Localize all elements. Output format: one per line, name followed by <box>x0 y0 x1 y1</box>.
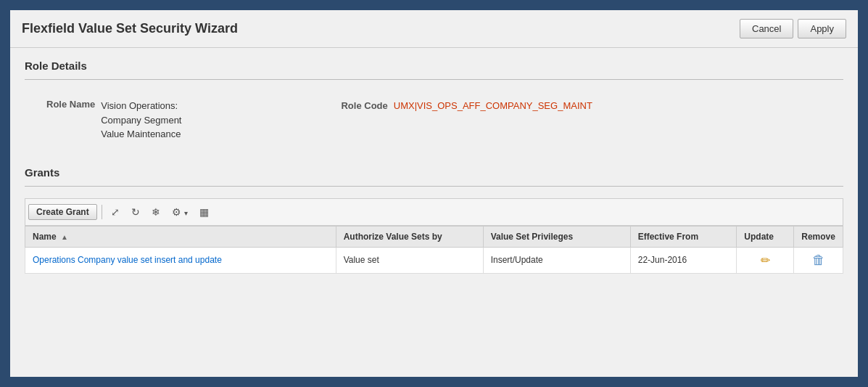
columns-icon: ▦ <box>199 206 209 218</box>
settings-icon: ⚙ <box>172 206 181 218</box>
effective-from-value: 22-Jun-2016 <box>638 255 687 265</box>
refresh-icon-button[interactable]: ↻ <box>127 203 144 221</box>
sort-asc-icon: ▲ <box>61 233 68 241</box>
col-header-name: Name ▲ <box>25 226 336 247</box>
col-update-label: Update <box>744 232 774 242</box>
grants-divider <box>25 186 843 187</box>
columns-icon-button[interactable]: ▦ <box>195 203 213 221</box>
header: Flexfield Value Set Security Wizard Canc… <box>10 10 858 48</box>
page-title: Flexfield Value Set Security Wizard <box>22 21 238 36</box>
dropdown-arrow-icon: ▾ <box>184 209 188 217</box>
col-remove-label: Remove <box>801 232 835 242</box>
content-area: Role Details Role Name Vision Operations… <box>10 48 858 285</box>
role-code-field: Role Code UMX|VIS_OPS_AFF_COMPANY_SEG_MA… <box>341 99 592 113</box>
col-authorize-label: Authorize Value Sets by <box>344 232 442 242</box>
toolbar-separator <box>102 205 102 219</box>
role-details-grid: Role Name Vision Operations: Company Seg… <box>25 91 843 149</box>
col-name-label: Name <box>33 232 57 242</box>
grants-table: Name ▲ Authorize Value Sets by Value Set… <box>25 226 843 274</box>
cell-privileges: Insert/Update <box>483 247 630 273</box>
table-header: Name ▲ Authorize Value Sets by Value Set… <box>25 226 843 247</box>
role-name-label: Role Name <box>46 99 95 110</box>
freeze-icon-button[interactable]: ❄ <box>147 203 165 221</box>
col-effective-from-label: Effective From <box>638 232 698 242</box>
privileges-value: Insert/Update <box>491 255 543 265</box>
role-name-field: Role Name Vision Operations: Company Seg… <box>46 99 181 142</box>
col-header-update: Update <box>737 226 794 247</box>
edit-icon[interactable]: ✏ <box>761 254 770 266</box>
grants-toolbar: Create Grant ⤢ ↻ ❄ ⚙ ▾ ▦ <box>25 198 843 226</box>
header-buttons: Cancel Apply <box>740 19 846 38</box>
apply-button[interactable]: Apply <box>798 19 846 38</box>
role-details-divider <box>25 79 843 80</box>
role-details-title: Role Details <box>25 60 843 72</box>
role-details-section: Role Details Role Name Vision Operations… <box>25 60 843 149</box>
delete-icon[interactable]: 🗑 <box>812 253 825 267</box>
cell-remove: 🗑 <box>794 247 843 273</box>
cell-authorize: Value set <box>336 247 483 273</box>
main-window: Flexfield Value Set Security Wizard Canc… <box>9 9 859 378</box>
role-code-label: Role Code <box>341 100 387 111</box>
table-header-row: Name ▲ Authorize Value Sets by Value Set… <box>25 226 843 247</box>
grants-title: Grants <box>25 166 843 179</box>
detach-icon-button[interactable]: ⤢ <box>107 203 124 221</box>
col-header-authorize: Authorize Value Sets by <box>336 226 483 247</box>
grants-section: Grants Create Grant ⤢ ↻ ❄ ⚙ ▾ <box>25 166 843 274</box>
cell-name: Operations Company value set insert and … <box>25 247 336 273</box>
freeze-icon: ❄ <box>152 206 160 218</box>
role-name-value: Vision Operations: Company Segment Value… <box>101 99 181 142</box>
detach-icon: ⤢ <box>111 206 120 218</box>
col-header-remove: Remove <box>794 226 843 247</box>
cell-effective-from: 22-Jun-2016 <box>630 247 737 273</box>
create-grant-button[interactable]: Create Grant <box>28 204 97 220</box>
table-row: Operations Company value set insert and … <box>25 247 843 273</box>
grant-name-link[interactable]: Operations Company value set insert and … <box>33 255 222 265</box>
authorize-value: Value set <box>344 255 379 265</box>
col-header-privileges: Value Set Privileges <box>483 226 630 247</box>
role-code-value: UMX|VIS_OPS_AFF_COMPANY_SEG_MAINT <box>394 99 592 113</box>
cell-update: ✏ <box>737 247 794 273</box>
cancel-button[interactable]: Cancel <box>740 19 793 38</box>
col-privileges-label: Value Set Privileges <box>491 232 573 242</box>
table-body: Operations Company value set insert and … <box>25 247 843 273</box>
col-header-effective-from: Effective From <box>630 226 737 247</box>
refresh-icon: ↻ <box>131 206 140 218</box>
settings-icon-button[interactable]: ⚙ ▾ <box>168 203 192 221</box>
